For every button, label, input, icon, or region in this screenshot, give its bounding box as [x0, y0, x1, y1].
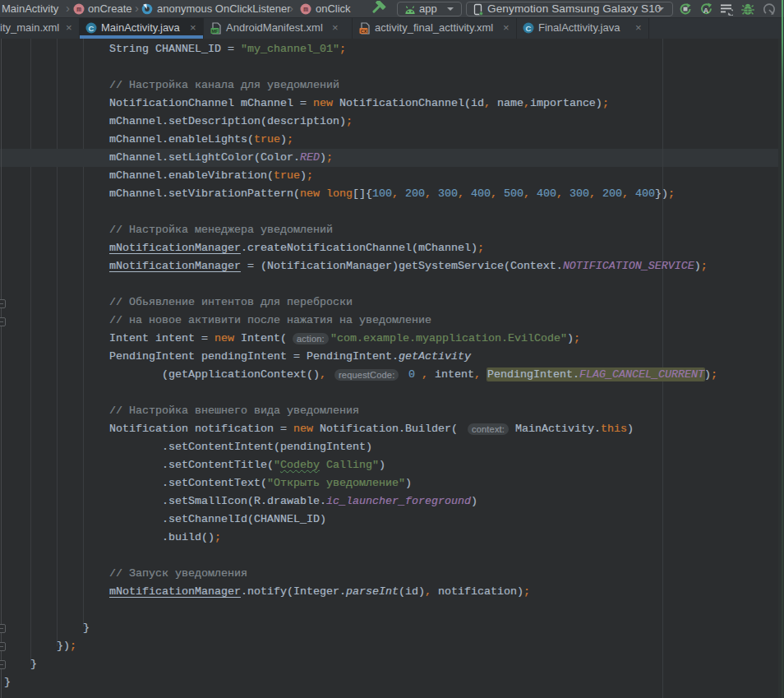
- svg-text:A: A: [703, 7, 709, 15]
- svg-text:C: C: [526, 24, 532, 33]
- svg-text:m: m: [303, 5, 308, 14]
- svg-text:CX: CX: [361, 29, 367, 34]
- svg-text:C: C: [89, 24, 95, 33]
- svg-text:MF: MF: [212, 29, 219, 34]
- svg-text:m: m: [76, 5, 81, 14]
